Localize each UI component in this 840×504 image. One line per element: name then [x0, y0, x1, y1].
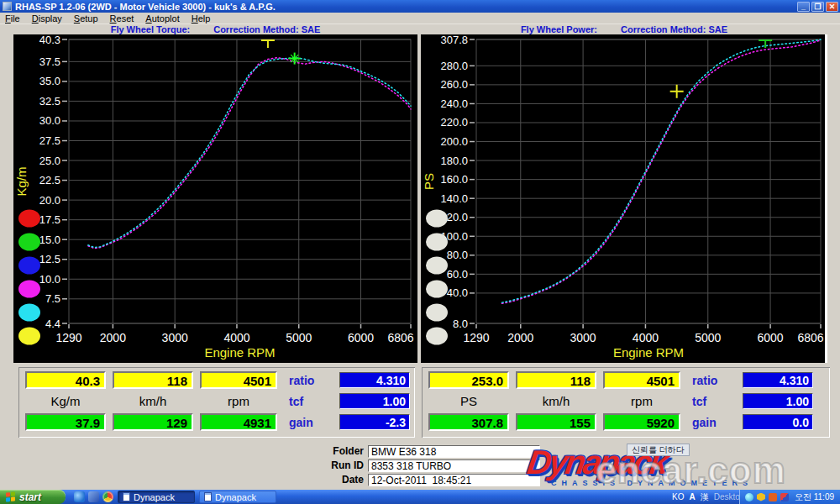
encar-watermark: encar.com — [542, 450, 840, 491]
x-axis-label: Engine RPM — [204, 345, 275, 360]
y-tick-label: 140.0 — [440, 192, 468, 205]
power-readout-panel: 253.0 118 4501 PS km/h rpm 307.8 155 592… — [422, 367, 830, 438]
x-axis-label: Engine RPM — [613, 345, 684, 360]
power-chart-canvas[interactable]: 307.8280.0260.0240.0220.0200.0180.0160.0… — [421, 34, 827, 363]
window-doc-icon — [123, 492, 130, 501]
torque-correction-method: Correction Method: SAE — [213, 24, 320, 34]
rpm-unit-label: rpm — [603, 394, 680, 408]
y-tick-label: 22.5 — [39, 174, 60, 186]
x-tick-label: 4000 — [223, 331, 249, 344]
torque-chart-canvas[interactable]: 40.337.535.032.530.027.525.022.520.017.5… — [13, 34, 417, 363]
x-tick-label: 5000 — [695, 331, 721, 344]
legend-dot-6[interactable] — [426, 328, 448, 345]
legend-dot-2[interactable] — [426, 234, 448, 251]
task-button-dynapack-active[interactable]: Dynapack — [118, 491, 195, 503]
legend-dot-5[interactable] — [426, 304, 448, 322]
run-id-field[interactable]: 8353 318 TURBO — [368, 459, 540, 472]
speed-unit-label: km/h — [516, 394, 596, 408]
y-tick-label: 15.0 — [39, 234, 60, 246]
y-tick-label: 200.0 — [440, 135, 468, 148]
x-tick-label: 6000 — [348, 331, 374, 344]
ratio-value: 4.310 — [339, 372, 410, 388]
y-tick-label: 180.0 — [440, 155, 468, 167]
legend-dot-3[interactable] — [426, 257, 448, 275]
menu-file[interactable]: File — [5, 13, 20, 24]
run-id-label: Run ID — [311, 459, 368, 471]
legend-dot-4[interactable] — [426, 281, 448, 298]
menu-display[interactable]: Display — [32, 13, 62, 24]
ratio-label: ratio — [289, 374, 334, 387]
legend-dot-2[interactable] — [18, 234, 40, 251]
task-button-dynapack[interactable]: Dynapack — [199, 491, 276, 503]
window-doc-icon — [204, 492, 212, 501]
rpm-peak-value: 5920 — [603, 413, 680, 431]
date-field[interactable]: 12-Oct-2011 18:45:21 — [368, 474, 540, 486]
folder-label: Folder — [311, 445, 368, 457]
x-tick-label: 4000 — [633, 331, 659, 344]
speed-peak-value: 129 — [113, 413, 193, 431]
minimize-button[interactable]: _ — [797, 2, 810, 12]
tray-security-shield-icon[interactable] — [757, 493, 765, 501]
rpm-cursor-value: 4501 — [200, 371, 277, 389]
close-button[interactable]: ✕ — [826, 2, 838, 12]
y-axis-label: Kg/m — [14, 166, 29, 196]
power-run-previous — [502, 40, 822, 303]
y-tick-label: 17.5 — [39, 213, 60, 226]
menu-reset[interactable]: Reset — [110, 13, 134, 24]
power-cursor-value: 253.0 — [428, 371, 509, 389]
y-tick-label: 220.0 — [440, 116, 468, 129]
folder-row: Folder BMW E36 318 — [311, 444, 554, 458]
date-label: Date — [311, 474, 368, 486]
plot-border — [69, 39, 411, 323]
power-chart-header: Fly Wheel Power: Correction Method: SAE — [421, 24, 827, 34]
yellow-cursor-marker[interactable] — [261, 40, 275, 48]
power-run-current — [502, 39, 822, 302]
x-tick-label: 1290 — [463, 331, 489, 344]
y-tick-label: 8.0 — [453, 318, 468, 330]
restore-button[interactable]: ❐ — [811, 2, 824, 12]
power-unit-label: PS — [428, 394, 509, 408]
quick-launch-mail-icon[interactable] — [88, 491, 99, 502]
rpm-peak-value: 4931 — [200, 413, 277, 431]
app-icon — [3, 2, 12, 11]
menu-help[interactable]: Help — [192, 13, 211, 24]
tray-messenger-icon[interactable] — [745, 493, 753, 501]
tray-app-icon[interactable] — [780, 493, 789, 501]
legend-dot-1[interactable] — [18, 210, 40, 228]
window-title: RHAS-SP 1.2-06 (2WD - Motor Vehicle 3000… — [15, 2, 276, 12]
y-tick-label: 20.0 — [39, 194, 60, 207]
legend-dot-5[interactable] — [18, 304, 40, 322]
yellow-cursor-marker[interactable] — [670, 85, 684, 98]
quick-launch-browser-icon[interactable] — [74, 491, 85, 502]
x-tick-label: 6000 — [758, 331, 784, 344]
legend-dot-4[interactable] — [18, 281, 40, 298]
speed-peak-value: 155 — [516, 413, 596, 431]
ratio-label: ratio — [692, 374, 738, 387]
title-bar[interactable]: RHAS-SP 1.2-06 (2WD - Motor Vehicle 3000… — [0, 0, 840, 13]
y-tick-label: 260.0 — [440, 78, 468, 91]
lang-ko[interactable]: KO — [672, 492, 684, 501]
speed-unit-label: km/h — [113, 394, 193, 408]
legend-dot-6[interactable] — [18, 328, 40, 345]
quick-launch-chrome-icon[interactable] — [102, 491, 113, 502]
folder-field[interactable]: BMW E36 318 — [368, 445, 540, 458]
lang-han[interactable]: 漢 — [701, 491, 709, 503]
menu-setup[interactable]: Setup — [74, 13, 98, 24]
torque-readout-panel: 40.3 118 4501 Kg/m km/h rpm 37.9 129 493… — [18, 367, 415, 438]
ratio-value: 4.310 — [743, 372, 813, 388]
power-chart-title: Fly Wheel Power: — [521, 24, 597, 34]
tray-update-icon[interactable] — [769, 493, 777, 501]
legend-dot-1[interactable] — [426, 210, 448, 228]
tcf-value: 1.00 — [743, 393, 813, 409]
gain-label: gain — [692, 416, 738, 429]
y-tick-label: 280.0 — [440, 60, 468, 72]
start-button[interactable]: start — [0, 490, 66, 504]
lang-a[interactable]: A — [689, 492, 695, 501]
app-window: RHAS-SP 1.2-06 (2WD - Motor Vehicle 3000… — [0, 0, 840, 504]
menu-bar: File Display Setup Reset Autoplot Help — [0, 13, 840, 24]
x-tick-label: 3000 — [570, 331, 596, 344]
torque-cursor-value: 40.3 — [25, 371, 106, 389]
legend-dot-3[interactable] — [18, 257, 40, 275]
menu-autoplot[interactable]: Autoplot — [145, 13, 179, 24]
y-tick-label: 240.0 — [440, 97, 468, 110]
